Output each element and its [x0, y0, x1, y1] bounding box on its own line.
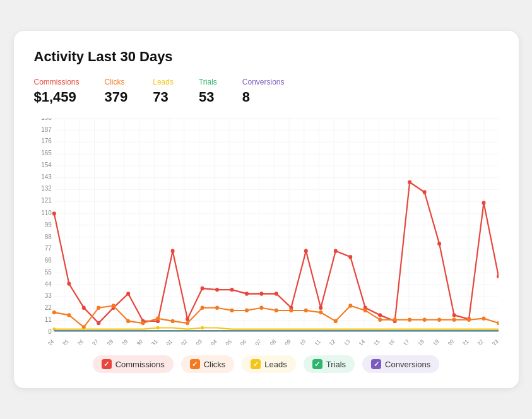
- svg-text:Sep 23: Sep 23: [483, 338, 498, 345]
- svg-point-56: [126, 292, 130, 295]
- legend-item[interactable]: ✓ Leads: [242, 355, 295, 373]
- stat-label: Conversions: [242, 78, 285, 86]
- svg-point-92: [200, 306, 204, 310]
- legend-check: ✓: [371, 359, 381, 369]
- svg-point-91: [186, 321, 189, 325]
- stat-item: Trials 53: [199, 78, 217, 105]
- legend-label: Commissions: [115, 360, 165, 369]
- svg-text:Sep 20: Sep 20: [439, 338, 455, 345]
- svg-text:Sep 09: Sep 09: [275, 338, 292, 345]
- svg-point-61: [200, 286, 204, 290]
- stat-value: 53: [199, 89, 217, 105]
- svg-point-108: [437, 318, 441, 322]
- svg-point-60: [186, 317, 189, 321]
- svg-point-63: [230, 288, 233, 292]
- svg-point-62: [215, 288, 219, 292]
- svg-text:Sep 13: Sep 13: [334, 338, 351, 345]
- stat-label: Commissions: [34, 78, 80, 86]
- legend-label: Leads: [264, 360, 287, 369]
- svg-text:11: 11: [44, 316, 51, 323]
- svg-text:Sep 07: Sep 07: [246, 338, 263, 345]
- stat-item: Commissions $1,459: [34, 78, 80, 105]
- activity-card: Activity Last 30 Days Commissions $1,459…: [14, 31, 519, 388]
- legend-item[interactable]: ✓ Conversions: [362, 355, 439, 373]
- svg-text:Sep 11: Sep 11: [305, 338, 321, 345]
- svg-text:Aug 31: Aug 31: [142, 338, 158, 345]
- svg-point-104: [378, 318, 382, 322]
- legend-check: ✓: [312, 359, 322, 369]
- svg-point-99: [304, 309, 307, 312]
- stat-item: Conversions 8: [242, 78, 285, 105]
- legend-label: Conversions: [385, 360, 430, 369]
- svg-text:33: 33: [44, 292, 51, 299]
- card-title: Activity Last 30 Days: [34, 49, 499, 65]
- svg-point-59: [170, 249, 174, 253]
- svg-text:88: 88: [44, 233, 51, 240]
- stat-item: Clicks 379: [105, 78, 128, 105]
- svg-text:198: 198: [41, 118, 52, 121]
- stats-row: Commissions $1,459 Clicks 379 Leads 73 T…: [34, 78, 499, 105]
- stat-value: 379: [105, 89, 128, 105]
- svg-text:Aug 28: Aug 28: [98, 338, 114, 345]
- svg-text:Sep 17: Sep 17: [394, 338, 410, 345]
- svg-text:99: 99: [44, 221, 51, 228]
- svg-text:Aug 27: Aug 27: [83, 338, 99, 345]
- svg-point-82: [52, 310, 56, 314]
- svg-text:Sep 01: Sep 01: [157, 338, 174, 345]
- svg-point-53: [81, 306, 85, 310]
- svg-point-69: [319, 306, 322, 310]
- svg-point-75: [408, 180, 411, 184]
- svg-text:Aug 30: Aug 30: [127, 338, 144, 345]
- svg-point-90: [170, 319, 174, 323]
- svg-point-109: [452, 318, 456, 322]
- svg-point-71: [348, 255, 352, 259]
- svg-point-65: [259, 292, 263, 295]
- svg-text:Sep 02: Sep 02: [172, 338, 188, 345]
- svg-point-101: [333, 319, 337, 323]
- svg-text:132: 132: [41, 185, 52, 192]
- svg-point-103: [363, 309, 367, 312]
- svg-text:154: 154: [41, 162, 52, 168]
- svg-text:22: 22: [44, 304, 51, 311]
- svg-text:Aug 29: Aug 29: [112, 338, 129, 345]
- svg-text:Sep 18: Sep 18: [409, 338, 425, 345]
- stat-label: Trials: [199, 78, 217, 86]
- svg-text:Sep 08: Sep 08: [261, 338, 277, 345]
- svg-text:Aug 26: Aug 26: [68, 338, 85, 345]
- svg-point-64: [244, 292, 248, 295]
- svg-text:110: 110: [41, 209, 52, 216]
- svg-point-83: [67, 313, 71, 317]
- legend-item[interactable]: ✓ Clicks: [181, 355, 235, 373]
- stat-label: Leads: [153, 78, 174, 86]
- svg-text:Sep 19: Sep 19: [423, 338, 440, 345]
- svg-point-88: [141, 321, 145, 325]
- svg-text:66: 66: [44, 256, 51, 263]
- svg-text:Sep 22: Sep 22: [468, 338, 485, 345]
- svg-text:Sep 16: Sep 16: [379, 338, 396, 345]
- legend-label: Trials: [326, 360, 346, 369]
- svg-point-73: [378, 313, 382, 317]
- svg-text:Sep 21: Sep 21: [453, 338, 470, 345]
- svg-point-52: [67, 281, 71, 285]
- svg-point-93: [215, 306, 219, 310]
- svg-text:187: 187: [41, 126, 52, 133]
- legend-item[interactable]: ✓ Trials: [304, 355, 355, 373]
- svg-point-102: [348, 304, 352, 307]
- legend-check: ✓: [190, 359, 200, 369]
- svg-point-107: [422, 318, 426, 322]
- svg-text:165: 165: [41, 150, 52, 156]
- svg-point-110: [467, 318, 471, 322]
- legend-item[interactable]: ✓ Commissions: [93, 355, 174, 373]
- svg-point-51: [52, 211, 56, 215]
- svg-point-54: [97, 321, 100, 325]
- svg-text:Sep 10: Sep 10: [290, 338, 307, 345]
- svg-point-66: [274, 292, 278, 295]
- svg-text:0: 0: [48, 328, 52, 335]
- svg-point-89: [156, 316, 160, 320]
- svg-text:55: 55: [44, 268, 51, 275]
- svg-point-94: [230, 309, 233, 312]
- svg-point-70: [333, 249, 337, 253]
- svg-point-68: [304, 249, 307, 253]
- svg-point-100: [319, 310, 322, 314]
- svg-text:Sep 15: Sep 15: [364, 338, 381, 345]
